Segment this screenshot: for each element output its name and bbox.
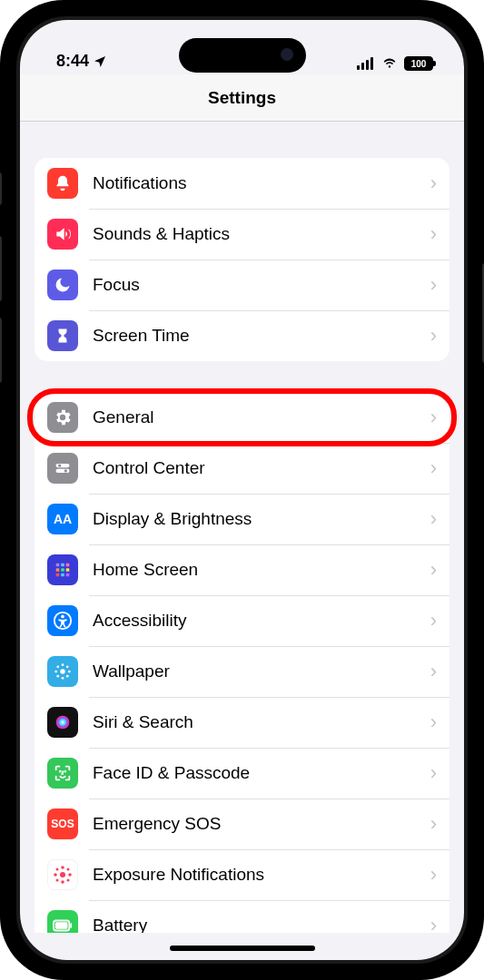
svg-point-29 [60, 771, 61, 772]
svg-rect-6 [56, 469, 70, 473]
display-icon: AA [47, 504, 78, 534]
row-notifications[interactable]: Notifications › [35, 158, 449, 209]
svg-point-30 [64, 771, 65, 772]
svg-point-7 [64, 469, 67, 472]
svg-point-22 [54, 671, 57, 673]
svg-point-24 [56, 665, 59, 668]
row-emergency-sos[interactable]: SOS Emergency SOS › [35, 799, 449, 849]
svg-point-25 [66, 665, 69, 668]
chevron-right-icon: › [430, 222, 437, 246]
exposure-icon [47, 859, 78, 890]
chevron-right-icon: › [430, 324, 437, 348]
row-label: Screen Time [93, 326, 425, 346]
row-label: Accessibility [93, 611, 425, 631]
svg-rect-15 [61, 573, 64, 577]
chevron-right-icon: › [430, 406, 437, 429]
mute-switch [0, 172, 2, 205]
battery-icon: 100 [404, 56, 433, 71]
chevron-right-icon: › [430, 456, 437, 480]
general-icon [47, 402, 78, 433]
status-time: 8:44 [56, 52, 89, 71]
svg-rect-42 [55, 922, 68, 928]
row-siri-search[interactable]: Siri & Search › [35, 697, 449, 748]
svg-rect-3 [370, 57, 373, 70]
screen: 8:44 [20, 20, 464, 960]
row-label: Control Center [93, 458, 425, 478]
svg-point-35 [68, 873, 72, 877]
nav-header: Settings [20, 74, 464, 122]
chevron-right-icon: › [430, 710, 437, 734]
chevron-right-icon: › [430, 273, 437, 297]
chevron-right-icon: › [430, 863, 437, 887]
row-label: Wallpaper [93, 662, 425, 681]
svg-point-26 [56, 675, 59, 678]
chevron-right-icon: › [430, 172, 437, 195]
row-label: Face ID & Passcode [93, 763, 425, 783]
row-focus[interactable]: Focus › [35, 260, 449, 310]
phone-frame: 8:44 [0, 0, 484, 980]
row-label: Display & Brightness [93, 509, 425, 529]
row-sounds-haptics[interactable]: Sounds & Haptics › [35, 209, 449, 260]
wifi-icon [380, 57, 399, 70]
svg-point-37 [67, 868, 70, 871]
svg-rect-10 [66, 564, 70, 567]
chevron-right-icon: › [430, 507, 437, 531]
battery-level: 100 [411, 59, 427, 69]
row-face-id-passcode[interactable]: Face ID & Passcode › [35, 748, 449, 799]
sounds-icon [47, 219, 78, 250]
row-label: Notifications [93, 173, 425, 193]
svg-point-31 [60, 872, 65, 877]
control-center-icon [47, 453, 78, 484]
row-home-screen[interactable]: Home Screen › [35, 544, 449, 595]
svg-rect-1 [361, 63, 364, 70]
face-id-icon [47, 758, 78, 789]
svg-point-18 [61, 615, 64, 619]
row-general[interactable]: General › [35, 392, 449, 443]
svg-rect-41 [70, 923, 72, 928]
volume-down-button [0, 318, 2, 383]
settings-list[interactable]: Notifications › Sounds & Haptics › [20, 122, 464, 933]
svg-rect-16 [66, 573, 70, 577]
screen-time-icon [47, 320, 78, 351]
row-exposure-notifications[interactable]: Exposure Notifications › [35, 849, 449, 900]
svg-rect-11 [56, 568, 60, 572]
svg-point-23 [68, 671, 71, 673]
svg-rect-2 [366, 60, 369, 70]
svg-point-33 [61, 880, 64, 884]
row-label: Exposure Notifications [93, 865, 425, 885]
svg-point-21 [62, 677, 64, 680]
row-control-center[interactable]: Control Center › [35, 443, 449, 494]
dynamic-island [179, 38, 306, 73]
row-label: General [93, 407, 425, 427]
cellular-icon [357, 57, 375, 70]
row-screen-time[interactable]: Screen Time › [35, 310, 449, 361]
chevron-right-icon: › [430, 761, 437, 785]
svg-rect-8 [56, 564, 60, 567]
svg-rect-4 [56, 464, 70, 467]
svg-point-32 [61, 866, 64, 869]
row-battery[interactable]: Battery › [35, 900, 449, 933]
svg-point-38 [56, 879, 59, 882]
row-label: Sounds & Haptics [93, 224, 425, 244]
svg-point-19 [60, 669, 65, 674]
svg-point-20 [62, 663, 64, 666]
home-indicator[interactable] [170, 946, 315, 951]
home-screen-icon [47, 554, 78, 585]
row-display-brightness[interactable]: AA Display & Brightness › [35, 494, 449, 544]
battery-row-icon [47, 910, 78, 933]
row-label: Emergency SOS [93, 814, 425, 834]
svg-point-36 [56, 868, 59, 871]
svg-point-34 [54, 873, 57, 877]
chevron-right-icon: › [430, 660, 437, 683]
row-label: Battery [93, 916, 425, 933]
row-label: Focus [93, 275, 425, 295]
row-accessibility[interactable]: Accessibility › [35, 595, 449, 646]
settings-section: General › Control Center › AA Display & … [35, 392, 449, 933]
page-title: Settings [208, 88, 276, 108]
row-wallpaper[interactable]: Wallpaper › [35, 646, 449, 697]
siri-icon [47, 707, 78, 738]
svg-point-28 [56, 716, 70, 730]
svg-point-39 [67, 879, 70, 882]
svg-rect-0 [357, 65, 360, 70]
chevron-right-icon: › [430, 914, 437, 933]
